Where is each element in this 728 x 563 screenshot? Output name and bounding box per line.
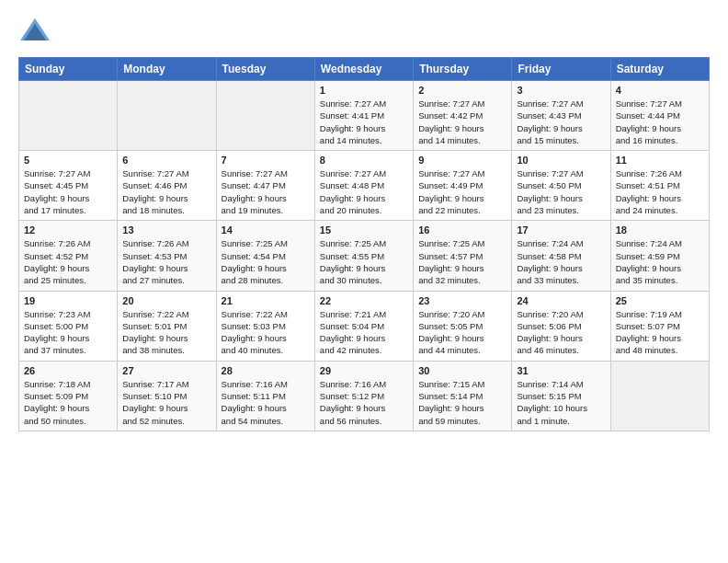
day-info: Sunrise: 7:27 AM Sunset: 4:45 PM Dayligh… [24, 167, 112, 216]
calendar-week-row: 1Sunrise: 7:27 AM Sunset: 4:41 PM Daylig… [19, 81, 710, 151]
day-info: Sunrise: 7:20 AM Sunset: 5:05 PM Dayligh… [418, 308, 506, 357]
day-number: 2 [418, 85, 506, 96]
weekday-header-row: SundayMondayTuesdayWednesdayThursdayFrid… [19, 58, 710, 81]
weekday-header-saturday: Saturday [610, 58, 709, 81]
day-number: 17 [517, 224, 605, 236]
calendar-cell: 13Sunrise: 7:26 AM Sunset: 4:53 PM Dayli… [118, 221, 216, 291]
calendar-cell: 8Sunrise: 7:27 AM Sunset: 4:48 PM Daylig… [314, 151, 413, 221]
calendar-cell: 11Sunrise: 7:26 AM Sunset: 4:51 PM Dayli… [610, 151, 709, 221]
day-number: 20 [122, 295, 210, 306]
calendar-header: SundayMondayTuesdayWednesdayThursdayFrid… [19, 58, 710, 81]
day-info: Sunrise: 7:21 AM Sunset: 5:04 PM Dayligh… [320, 308, 408, 357]
calendar-cell: 21Sunrise: 7:22 AM Sunset: 5:03 PM Dayli… [216, 291, 314, 361]
day-info: Sunrise: 7:25 AM Sunset: 4:57 PM Dayligh… [418, 237, 506, 286]
calendar-cell: 20Sunrise: 7:22 AM Sunset: 5:01 PM Dayli… [118, 291, 216, 361]
day-number: 13 [122, 224, 210, 236]
day-number: 6 [122, 155, 210, 166]
day-info: Sunrise: 7:27 AM Sunset: 4:47 PM Dayligh… [222, 167, 310, 216]
calendar-table: SundayMondayTuesdayWednesdayThursdayFrid… [18, 57, 710, 431]
logo [18, 15, 57, 48]
day-info: Sunrise: 7:16 AM Sunset: 5:12 PM Dayligh… [320, 378, 408, 427]
day-info: Sunrise: 7:27 AM Sunset: 4:44 PM Dayligh… [616, 98, 704, 146]
calendar-cell: 29Sunrise: 7:16 AM Sunset: 5:12 PM Dayli… [314, 361, 413, 431]
day-number: 24 [517, 295, 605, 306]
day-info: Sunrise: 7:18 AM Sunset: 5:09 PM Dayligh… [24, 378, 112, 427]
calendar-cell: 14Sunrise: 7:25 AM Sunset: 4:54 PM Dayli… [216, 221, 314, 291]
day-info: Sunrise: 7:14 AM Sunset: 5:15 PM Dayligh… [517, 378, 605, 427]
calendar-cell: 22Sunrise: 7:21 AM Sunset: 5:04 PM Dayli… [314, 291, 413, 361]
calendar-cell [19, 81, 118, 151]
day-number: 26 [24, 365, 112, 376]
day-number: 31 [517, 365, 605, 376]
day-info: Sunrise: 7:22 AM Sunset: 5:03 PM Dayligh… [222, 308, 310, 357]
calendar-cell: 4Sunrise: 7:27 AM Sunset: 4:44 PM Daylig… [610, 81, 709, 151]
day-info: Sunrise: 7:27 AM Sunset: 4:42 PM Dayligh… [418, 98, 506, 146]
day-number: 7 [222, 155, 310, 166]
day-info: Sunrise: 7:26 AM Sunset: 4:52 PM Dayligh… [24, 237, 112, 286]
day-number: 19 [24, 295, 112, 306]
weekday-header-tuesday: Tuesday [216, 58, 314, 81]
weekday-header-wednesday: Wednesday [314, 58, 413, 81]
day-info: Sunrise: 7:23 AM Sunset: 5:00 PM Dayligh… [24, 308, 112, 357]
calendar-week-row: 5Sunrise: 7:27 AM Sunset: 4:45 PM Daylig… [19, 151, 710, 221]
calendar-cell: 24Sunrise: 7:20 AM Sunset: 5:06 PM Dayli… [512, 291, 610, 361]
day-number: 25 [616, 295, 704, 306]
day-number: 9 [418, 155, 506, 166]
calendar-cell: 9Sunrise: 7:27 AM Sunset: 4:49 PM Daylig… [414, 151, 512, 221]
calendar-cell: 27Sunrise: 7:17 AM Sunset: 5:10 PM Dayli… [118, 361, 216, 431]
calendar-cell [610, 361, 709, 431]
calendar-cell: 1Sunrise: 7:27 AM Sunset: 4:41 PM Daylig… [314, 81, 413, 151]
day-info: Sunrise: 7:16 AM Sunset: 5:11 PM Dayligh… [222, 378, 310, 427]
weekday-header-friday: Friday [512, 58, 610, 81]
day-number: 1 [320, 85, 408, 96]
day-info: Sunrise: 7:19 AM Sunset: 5:07 PM Dayligh… [616, 308, 704, 357]
calendar-cell: 26Sunrise: 7:18 AM Sunset: 5:09 PM Dayli… [19, 361, 118, 431]
calendar-cell: 5Sunrise: 7:27 AM Sunset: 4:45 PM Daylig… [19, 151, 118, 221]
day-info: Sunrise: 7:27 AM Sunset: 4:48 PM Dayligh… [320, 167, 408, 216]
header [18, 15, 710, 48]
day-number: 10 [517, 155, 605, 166]
calendar-cell: 12Sunrise: 7:26 AM Sunset: 4:52 PM Dayli… [19, 221, 118, 291]
day-info: Sunrise: 7:22 AM Sunset: 5:01 PM Dayligh… [122, 308, 210, 357]
calendar-cell [216, 81, 314, 151]
calendar-cell: 18Sunrise: 7:24 AM Sunset: 4:59 PM Dayli… [610, 221, 709, 291]
calendar-cell: 16Sunrise: 7:25 AM Sunset: 4:57 PM Dayli… [414, 221, 512, 291]
day-info: Sunrise: 7:15 AM Sunset: 5:14 PM Dayligh… [418, 378, 506, 427]
calendar-cell: 30Sunrise: 7:15 AM Sunset: 5:14 PM Dayli… [414, 361, 512, 431]
day-number: 12 [24, 224, 112, 236]
calendar-cell: 28Sunrise: 7:16 AM Sunset: 5:11 PM Dayli… [216, 361, 314, 431]
weekday-header-monday: Monday [118, 58, 216, 81]
day-info: Sunrise: 7:27 AM Sunset: 4:49 PM Dayligh… [418, 167, 506, 216]
calendar-week-row: 12Sunrise: 7:26 AM Sunset: 4:52 PM Dayli… [19, 221, 710, 291]
calendar-cell: 3Sunrise: 7:27 AM Sunset: 4:43 PM Daylig… [512, 81, 610, 151]
calendar-cell: 17Sunrise: 7:24 AM Sunset: 4:58 PM Dayli… [512, 221, 610, 291]
day-info: Sunrise: 7:26 AM Sunset: 4:51 PM Dayligh… [616, 167, 704, 216]
day-number: 21 [222, 295, 310, 306]
day-info: Sunrise: 7:24 AM Sunset: 4:59 PM Dayligh… [616, 237, 704, 286]
day-info: Sunrise: 7:27 AM Sunset: 4:46 PM Dayligh… [122, 167, 210, 216]
calendar-cell: 19Sunrise: 7:23 AM Sunset: 5:00 PM Dayli… [19, 291, 118, 361]
calendar-cell: 2Sunrise: 7:27 AM Sunset: 4:42 PM Daylig… [414, 81, 512, 151]
calendar-cell: 7Sunrise: 7:27 AM Sunset: 4:47 PM Daylig… [216, 151, 314, 221]
calendar-cell: 10Sunrise: 7:27 AM Sunset: 4:50 PM Dayli… [512, 151, 610, 221]
calendar-cell [118, 81, 216, 151]
day-info: Sunrise: 7:27 AM Sunset: 4:50 PM Dayligh… [517, 167, 605, 216]
day-number: 22 [320, 295, 408, 306]
calendar-cell: 25Sunrise: 7:19 AM Sunset: 5:07 PM Dayli… [610, 291, 709, 361]
day-number: 8 [320, 155, 408, 166]
calendar-week-row: 19Sunrise: 7:23 AM Sunset: 5:00 PM Dayli… [19, 291, 710, 361]
page: SundayMondayTuesdayWednesdayThursdayFrid… [0, 0, 728, 446]
calendar-body: 1Sunrise: 7:27 AM Sunset: 4:41 PM Daylig… [19, 81, 710, 431]
day-info: Sunrise: 7:17 AM Sunset: 5:10 PM Dayligh… [122, 378, 210, 427]
day-number: 27 [122, 365, 210, 376]
day-info: Sunrise: 7:27 AM Sunset: 4:41 PM Dayligh… [320, 98, 408, 146]
day-info: Sunrise: 7:26 AM Sunset: 4:53 PM Dayligh… [122, 237, 210, 286]
day-number: 28 [222, 365, 310, 376]
calendar-cell: 15Sunrise: 7:25 AM Sunset: 4:55 PM Dayli… [314, 221, 413, 291]
weekday-header-thursday: Thursday [414, 58, 512, 81]
calendar-cell: 31Sunrise: 7:14 AM Sunset: 5:15 PM Dayli… [512, 361, 610, 431]
day-number: 4 [616, 85, 704, 96]
weekday-header-sunday: Sunday [19, 58, 118, 81]
day-number: 5 [24, 155, 112, 166]
day-number: 14 [222, 224, 310, 236]
